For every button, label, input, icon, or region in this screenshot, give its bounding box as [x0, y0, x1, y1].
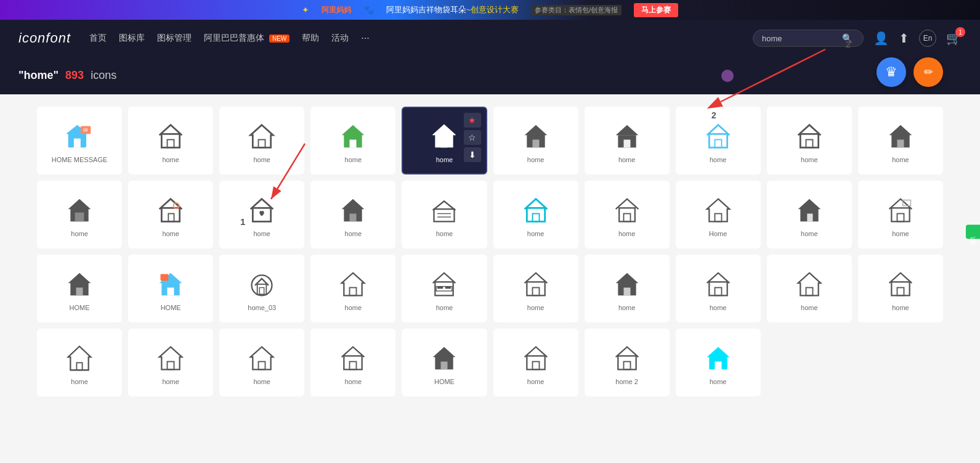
icon-item[interactable]: home: [493, 181, 578, 248]
icon-svg: [612, 121, 642, 151]
user-icon[interactable]: 👤: [873, 31, 889, 46]
icon-item[interactable]: home: [676, 329, 761, 396]
icon-svg: [703, 343, 733, 373]
main-nav: 首页 图标库 图标管理 阿里巴巴普惠体 NEW 帮助 活动 ···: [89, 30, 370, 46]
svg-marker-55: [342, 273, 365, 296]
icon-item[interactable]: home: [310, 107, 395, 174]
svg-marker-16: [615, 125, 638, 136]
icon-label: home: [618, 304, 636, 311]
svg-rect-24: [897, 140, 904, 148]
icon-label: home: [527, 230, 545, 237]
search-input[interactable]: [762, 34, 842, 43]
icon-item[interactable]: home: [493, 329, 578, 396]
icon-item[interactable]: home: [402, 181, 487, 248]
crown-button[interactable]: ♛: [877, 57, 906, 87]
icon-label: HOME MESSAGE: [52, 156, 107, 163]
icon-item[interactable]: home: [858, 255, 943, 322]
icon-svg: [886, 195, 915, 225]
icon-item[interactable]: home: [585, 181, 670, 248]
upload-icon[interactable]: ⬆: [899, 31, 909, 46]
icon-item[interactable]: HOME: [402, 329, 487, 396]
nav-alibaba[interactable]: 阿里巴巴普惠体 NEW: [204, 30, 290, 46]
icon-item[interactable]: home: [219, 181, 304, 248]
banner-star: ✦: [302, 5, 309, 15]
svg-rect-51: [161, 274, 169, 281]
icon-item[interactable]: home: [676, 107, 761, 174]
cart-icon[interactable]: 🛒 1: [946, 31, 962, 46]
icon-item[interactable]: home: [493, 255, 578, 322]
svg-rect-57: [435, 282, 453, 295]
svg-rect-84: [623, 362, 630, 370]
icon-label: home: [253, 378, 270, 385]
svg-rect-59: [437, 287, 443, 289]
icon-svg: [338, 195, 368, 225]
language-button[interactable]: En: [919, 30, 936, 47]
icon-item[interactable]: home: [310, 255, 395, 322]
svg-rect-56: [350, 288, 357, 296]
icon-item[interactable]: home: [585, 255, 670, 322]
icon-item[interactable]: home★☆⬇: [402, 107, 487, 174]
icon-item[interactable]: home: [128, 107, 213, 174]
svg-rect-61: [527, 282, 545, 295]
feedback-button[interactable]: 反 馈: [966, 224, 980, 239]
favorite-button[interactable]: ☆: [464, 130, 481, 145]
icon-item[interactable]: home: [585, 107, 670, 174]
profile-button[interactable]: ✏: [913, 57, 943, 87]
icon-label: home: [253, 156, 270, 163]
cart-count: 1: [955, 27, 965, 37]
icon-svg: [247, 195, 277, 225]
nav-iconlib[interactable]: 图标库: [119, 30, 145, 46]
add-to-cart-button[interactable]: ★: [464, 113, 481, 128]
nav-home[interactable]: 首页: [89, 30, 107, 46]
icon-item[interactable]: home: [128, 329, 213, 396]
icon-item[interactable]: home: [402, 255, 487, 322]
icon-item[interactable]: home_03: [219, 255, 304, 322]
icon-item[interactable]: home 2: [585, 329, 670, 396]
participate-button[interactable]: 马上参赛: [634, 3, 678, 17]
icon-item[interactable]: home: [310, 329, 395, 396]
icon-item[interactable]: home: [767, 181, 852, 248]
icon-label: home: [710, 304, 727, 311]
download-button[interactable]: ⬇: [464, 147, 481, 162]
icon-item[interactable]: home: [128, 181, 213, 248]
icon-item[interactable]: Home: [676, 181, 761, 248]
icon-svg: [521, 343, 551, 373]
svg-marker-71: [68, 346, 91, 371]
icon-svg: [703, 269, 733, 299]
icon-item[interactable]: home: [219, 329, 304, 396]
icon-item[interactable]: home: [493, 107, 578, 174]
icon-item[interactable]: HOME: [37, 255, 122, 322]
icon-item[interactable]: home: [219, 107, 304, 174]
icon-item[interactable]: ✉ HOME MESSAGE: [37, 107, 122, 174]
nav-help[interactable]: 帮助: [302, 30, 319, 46]
svg-rect-50: [168, 288, 174, 296]
icon-item[interactable]: home: [767, 107, 852, 174]
icon-item[interactable]: home: [37, 329, 122, 396]
nav-iconmanage[interactable]: 图标管理: [157, 30, 192, 46]
banner-star2: 🐾: [363, 5, 374, 15]
icon-item[interactable]: home: [858, 181, 943, 248]
result-label: icons: [91, 69, 116, 81]
icon-svg: [521, 269, 551, 299]
icon-item[interactable]: home: [767, 255, 852, 322]
icon-item[interactable]: home: [676, 255, 761, 322]
icon-item[interactable]: home: [310, 181, 395, 248]
icon-svg: [795, 269, 824, 299]
decorative-dot: [721, 70, 734, 82]
icon-label: home: [801, 304, 818, 311]
nav-more[interactable]: ···: [361, 30, 369, 46]
icon-svg: [612, 343, 642, 373]
icon-label: HOME: [161, 304, 181, 311]
icon-svg: [429, 195, 459, 225]
icons-area: ♛ ✏ 2 ✉ HOME MESSAGE home home home home…: [0, 94, 980, 409]
nav-activity[interactable]: 活动: [331, 30, 349, 46]
icon-svg: [429, 269, 459, 299]
logo[interactable]: iconfont: [18, 30, 71, 46]
svg-rect-20: [715, 140, 721, 148]
icon-item[interactable]: home: [37, 181, 122, 248]
icon-label: home: [892, 230, 909, 237]
svg-rect-44: [891, 208, 909, 221]
icon-item[interactable]: home: [858, 107, 943, 174]
icon-item[interactable]: HOME: [128, 255, 213, 322]
svg-rect-45: [897, 214, 904, 222]
